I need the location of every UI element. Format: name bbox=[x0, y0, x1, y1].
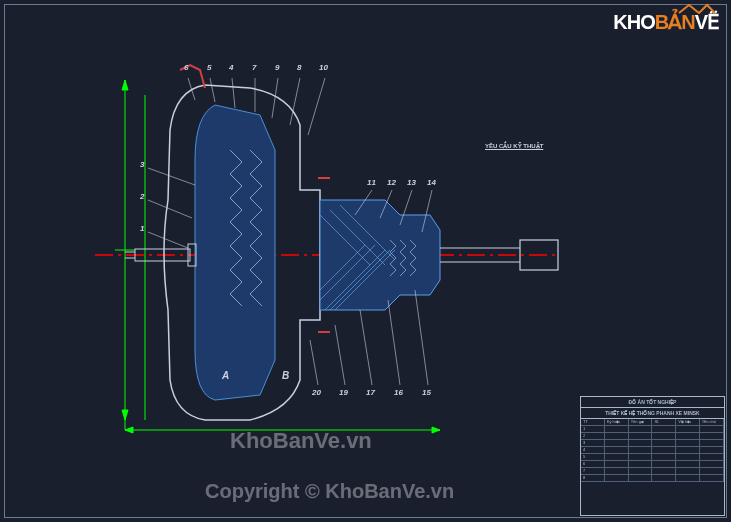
title-block-cell bbox=[700, 454, 724, 460]
title-block: ĐỒ ÁN TỐT NGHIỆP THIẾT KẾ HỆ THỐNG PHANH… bbox=[580, 396, 725, 516]
title-block-cell bbox=[676, 475, 700, 481]
svg-line-43 bbox=[388, 300, 400, 385]
title-block-row: 4 bbox=[581, 447, 724, 454]
title-block-cell bbox=[676, 426, 700, 432]
title-block-cell bbox=[605, 440, 629, 446]
title-block-cell bbox=[629, 440, 653, 446]
svg-line-42 bbox=[360, 310, 372, 385]
svg-line-35 bbox=[148, 232, 188, 248]
title-block-cell bbox=[629, 461, 653, 467]
callout-20: 20 bbox=[312, 388, 321, 397]
svg-line-40 bbox=[310, 340, 318, 385]
title-block-cell bbox=[700, 468, 724, 474]
svg-line-31 bbox=[290, 78, 300, 125]
title-block-cell: 5 bbox=[581, 454, 605, 460]
title-block-cell bbox=[676, 447, 700, 453]
title-block-row: 7 bbox=[581, 468, 724, 475]
title-block-cell bbox=[652, 433, 676, 439]
title-block-row: TTKý hiệuTên gọiSLVật liệuGhi chú bbox=[581, 419, 724, 426]
svg-line-28 bbox=[232, 78, 235, 108]
title-block-cell bbox=[700, 426, 724, 432]
callout-2: 2 bbox=[140, 192, 144, 201]
title-block-cell bbox=[652, 461, 676, 467]
title-block-cell bbox=[605, 468, 629, 474]
title-block-cell bbox=[605, 433, 629, 439]
title-block-cell bbox=[605, 461, 629, 467]
title-block-row: 3 bbox=[581, 440, 724, 447]
title-block-cell bbox=[629, 468, 653, 474]
title-block-cell bbox=[652, 454, 676, 460]
svg-line-34 bbox=[148, 200, 192, 218]
title-block-cell: 6 bbox=[581, 461, 605, 467]
callout-13: 13 bbox=[407, 178, 416, 187]
title-block-cell bbox=[676, 461, 700, 467]
title-block-cell bbox=[676, 454, 700, 460]
title-block-cell bbox=[652, 475, 676, 481]
title-block-cell bbox=[700, 475, 724, 481]
svg-line-27 bbox=[210, 78, 215, 102]
callout-1: 1 bbox=[140, 224, 144, 233]
title-block-row: 2 bbox=[581, 433, 724, 440]
title-block-row: 1 bbox=[581, 426, 724, 433]
callout-14: 14 bbox=[427, 178, 436, 187]
svg-marker-3 bbox=[125, 427, 133, 433]
callout-17: 17 bbox=[366, 388, 375, 397]
svg-line-44 bbox=[415, 290, 428, 385]
svg-marker-6 bbox=[122, 80, 128, 90]
title-block-row: 6 bbox=[581, 461, 724, 468]
title-block-rows: TTKý hiệuTên gọiSLVật liệuGhi chú1234567… bbox=[581, 419, 724, 482]
title-block-cell bbox=[676, 440, 700, 446]
title-block-cell: 3 bbox=[581, 440, 605, 446]
callout-8: 8 bbox=[297, 63, 301, 72]
title-block-cell: 1 bbox=[581, 426, 605, 432]
title-block-cell bbox=[605, 447, 629, 453]
callout-15: 15 bbox=[422, 388, 431, 397]
title-block-cell: Ghi chú bbox=[700, 419, 724, 425]
logo-roof-icon bbox=[677, 2, 717, 14]
title-block-cell bbox=[652, 440, 676, 446]
title-block-cell: Ký hiệu bbox=[605, 419, 629, 425]
svg-marker-4 bbox=[432, 427, 440, 433]
callout-3: 3 bbox=[140, 160, 144, 169]
title-block-cell bbox=[605, 475, 629, 481]
callout-9: 9 bbox=[275, 63, 279, 72]
title-block-cell: 7 bbox=[581, 468, 605, 474]
logo-text-ban: BẢN bbox=[655, 11, 695, 33]
title-block-cell bbox=[629, 454, 653, 460]
svg-line-32 bbox=[308, 78, 325, 135]
title-block-cell bbox=[629, 447, 653, 453]
title-block-cell: Vật liệu bbox=[676, 419, 700, 425]
title-block-cell bbox=[676, 468, 700, 474]
title-block-cell bbox=[700, 433, 724, 439]
title-block-cell bbox=[700, 440, 724, 446]
technical-notes-heading: YÊU CẦU KỸ THUẬT bbox=[485, 142, 543, 149]
title-block-cell: 2 bbox=[581, 433, 605, 439]
title-block-cell: TT bbox=[581, 419, 605, 425]
callout-7: 7 bbox=[252, 63, 256, 72]
title-block-cell: 4 bbox=[581, 447, 605, 453]
callout-16: 16 bbox=[394, 388, 403, 397]
title-block-cell bbox=[652, 447, 676, 453]
title-block-cell bbox=[652, 468, 676, 474]
callout-11: 11 bbox=[367, 178, 376, 187]
zone-label-b: B bbox=[282, 370, 289, 381]
title-block-cell bbox=[629, 475, 653, 481]
svg-marker-7 bbox=[122, 410, 128, 420]
callout-19: 19 bbox=[339, 388, 348, 397]
title-block-row: 8 bbox=[581, 475, 724, 482]
title-block-cell bbox=[700, 447, 724, 453]
title-block-cell bbox=[629, 426, 653, 432]
callout-6: 6 bbox=[184, 63, 188, 72]
title-block-cell bbox=[605, 426, 629, 432]
title-block-cell bbox=[629, 433, 653, 439]
callout-4: 4 bbox=[229, 63, 233, 72]
logo-text-ve: VẼ bbox=[695, 11, 719, 33]
zone-label-a: A bbox=[222, 370, 229, 381]
callout-5: 5 bbox=[207, 63, 211, 72]
title-block-cell bbox=[652, 426, 676, 432]
callout-10: 10 bbox=[319, 63, 328, 72]
svg-line-33 bbox=[148, 168, 195, 185]
title-block-cell bbox=[700, 461, 724, 467]
title-block-cell: Tên gọi bbox=[629, 419, 653, 425]
title-block-cell: 8 bbox=[581, 475, 605, 481]
